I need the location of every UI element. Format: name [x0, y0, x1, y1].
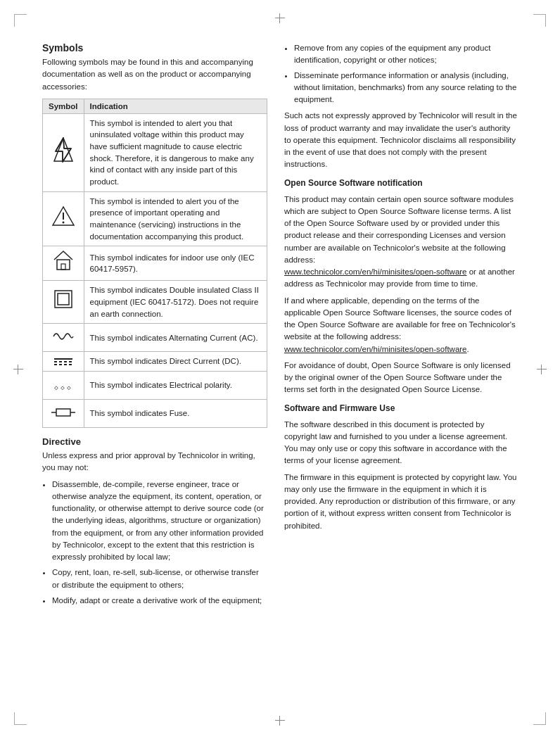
list-item: Disseminate performance information or a…: [294, 70, 518, 106]
symbol-icon-house: [43, 246, 84, 281]
symbol-desc-dc: This symbol indicates Direct Current (DC…: [84, 352, 267, 372]
table-row: This symbol indicates Double insulated C…: [43, 281, 267, 324]
symbol-desc-polarity: This symbol indicates Electrical polarit…: [84, 372, 267, 400]
svg-rect-16: [56, 409, 70, 416]
list-item: Copy, rent, loan, re-sell, sub-license, …: [52, 567, 267, 591]
disclaimer-para: Such acts not expressly approved by Tech…: [284, 110, 518, 170]
svg-rect-14: [58, 293, 69, 305]
symbol-desc-fuse: This symbol indicates Fuse.: [84, 400, 267, 428]
directive-list: Disassemble, de-compile, reverse enginee…: [42, 479, 267, 607]
table-row: This symbol indicates for indoor use onl…: [43, 246, 267, 281]
table-row: This symbol is intended to alert you of …: [43, 191, 267, 246]
oss-para1: This product may contain certain open so…: [284, 194, 518, 291]
symbol-desc-class2: This symbol indicates Double insulated C…: [84, 281, 267, 324]
directive-intro: Unless express and prior approval by Tec…: [42, 450, 267, 474]
symbol-desc-warning: This symbol is intended to alert you of …: [84, 191, 267, 246]
sfw-heading: Software and Firmware Use: [284, 402, 518, 415]
list-item: Disassemble, de-compile, reverse enginee…: [52, 479, 267, 564]
table-row: This symbol indicates Fuse.: [43, 400, 267, 428]
directive-heading: Directive: [42, 436, 267, 447]
symbol-desc-house: This symbol indicates for indoor use onl…: [84, 246, 267, 281]
symbols-intro: Following symbols may be found in this a…: [42, 56, 267, 93]
svg-rect-12: [61, 264, 65, 270]
list-item: Modify, adapt or create a derivative wor…: [52, 595, 267, 607]
svg-rect-11: [57, 260, 70, 270]
svg-point-10: [62, 222, 64, 224]
symbol-icon-lightning: [43, 113, 84, 191]
sfw-para2: The firmware in this equipment is protec…: [284, 472, 518, 532]
page: Symbols Following symbols may be found i…: [0, 0, 560, 739]
col-header-indication: Indication: [84, 99, 267, 113]
left-column: Symbols Following symbols may be found i…: [42, 42, 267, 697]
oss-para3: If and where applicable, depending on th…: [284, 295, 518, 355]
table-row: ⬦⬦⬦ This symbol indicates Electrical pol…: [43, 372, 267, 400]
sfw-para1: The software described in this document …: [284, 419, 518, 467]
dc-dashed-line2: [54, 364, 72, 365]
symbol-desc-lightning: This symbol is intended to alert you tha…: [84, 113, 267, 191]
symbols-heading: Symbols: [42, 42, 267, 53]
right-column: Remove from any copies of the equipment …: [284, 42, 518, 697]
table-row: This symbol is intended to alert you tha…: [43, 113, 267, 191]
symbol-icon-dc: [43, 352, 84, 372]
list-item: Remove from any copies of the equipment …: [294, 42, 518, 67]
symbol-desc-ac: This symbol indicates Alternating Curren…: [84, 324, 267, 352]
oss-link1[interactable]: www.technicolor.com/en/hi/minisites/open…: [284, 267, 467, 276]
symbol-icon-class2: [43, 281, 84, 324]
dc-dashed-line: [54, 361, 72, 362]
table-row: This symbol indicates Alternating Curren…: [43, 324, 267, 352]
symbol-icon-ac: [43, 324, 84, 352]
symbols-table: Symbol Indication: [42, 99, 267, 428]
dc-icon-container: [49, 358, 78, 365]
symbol-icon-warning: [43, 191, 84, 246]
oss-heading: Open Source Software notification: [284, 177, 518, 189]
col-header-symbol: Symbol: [43, 99, 84, 113]
right-bullet-list: Remove from any copies of the equipment …: [284, 42, 518, 106]
polarity-symbol: ⬦⬦⬦: [53, 381, 72, 392]
symbol-icon-polarity: ⬦⬦⬦: [43, 372, 84, 400]
dc-solid-line: [54, 358, 72, 360]
oss-link2[interactable]: www.technicolor.com/en/hi/minisites/open…: [284, 345, 467, 353]
table-row: This symbol indicates Direct Current (DC…: [43, 352, 267, 372]
oss-para4: For avoidance of doubt, Open Source Soft…: [284, 360, 518, 396]
symbol-icon-fuse: [43, 400, 84, 428]
